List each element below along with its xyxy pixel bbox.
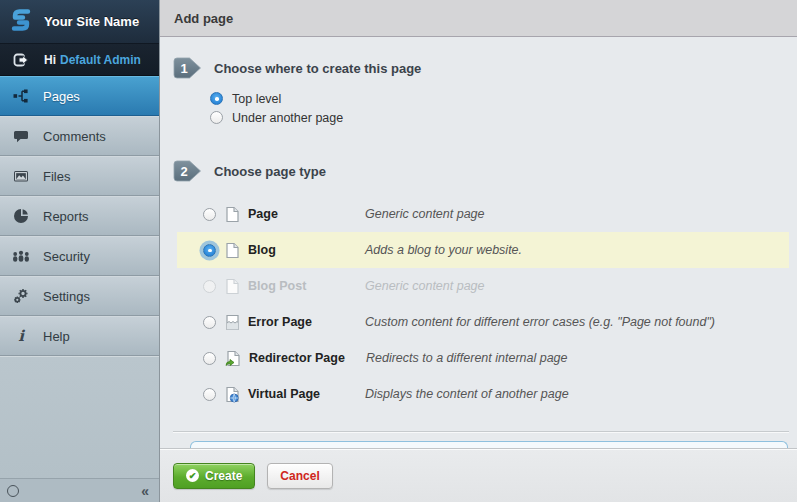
page-type-row-blog[interactable]: Blog Adds a blog to your website.	[177, 232, 789, 268]
page-icon-disabled	[225, 278, 240, 295]
page-type-row-page[interactable]: Page Generic content page	[160, 196, 797, 232]
comment-icon	[11, 128, 31, 144]
create-button[interactable]: ✔ Create	[173, 463, 255, 489]
step-2-badge: 2	[173, 160, 202, 182]
page-header: Add page	[160, 0, 797, 37]
blog-post-radio	[203, 280, 216, 293]
sidebar-item-pages[interactable]: Pages	[0, 76, 159, 116]
sidebar-item-security[interactable]: Security	[0, 236, 159, 276]
page-type-row-virtual-page[interactable]: Virtual Page Displays the content of ano…	[160, 376, 797, 412]
error-page-icon	[225, 314, 240, 331]
site-brand[interactable]: Your Site Name	[0, 0, 159, 44]
step-1-title: Choose where to create this page	[214, 61, 421, 76]
page-title: Add page	[174, 11, 233, 26]
under-another-page-radio[interactable]	[210, 111, 223, 124]
sidebar-item-label: Files	[43, 169, 70, 184]
virtual-page-radio[interactable]	[203, 388, 216, 401]
sitemap-icon	[11, 88, 31, 104]
step-2-header: 2 Choose page type	[173, 160, 797, 182]
sidebar-item-files[interactable]: Files	[0, 156, 159, 196]
page-type-row-redirector-page[interactable]: Redirector Page Redirects to a different…	[160, 340, 797, 376]
step-2-title: Choose page type	[214, 164, 326, 179]
page-icon	[225, 242, 240, 259]
sidebar-item-label: Security	[43, 249, 90, 264]
sidebar-filler	[0, 356, 159, 478]
sidebar-footer: «	[0, 478, 159, 502]
sidebar-item-label: Reports	[43, 209, 89, 224]
sidebar-item-label: Comments	[43, 129, 106, 144]
page-icon	[225, 206, 240, 223]
page-radio[interactable]	[203, 208, 216, 221]
gears-icon	[11, 288, 31, 304]
site-name: Your Site Name	[44, 14, 139, 29]
hidden-panel-edge	[190, 441, 788, 448]
check-icon: ✔	[186, 469, 199, 482]
people-icon	[11, 248, 31, 264]
add-page-form: 1 Choose where to create this page Top l…	[160, 37, 797, 448]
form-footer: ✔ Create Cancel	[160, 448, 797, 502]
sidebar-item-label: Settings	[43, 289, 90, 304]
cancel-button[interactable]: Cancel	[267, 463, 332, 489]
section-divider	[173, 431, 789, 433]
sidebar: Your Site Name Hi Default Admin	[0, 0, 160, 502]
sidebar-item-label: Pages	[43, 89, 80, 104]
sidebar-item-reports[interactable]: Reports	[0, 196, 159, 236]
step-1-badge: 1	[173, 57, 202, 79]
sidebar-item-label: Help	[43, 329, 70, 344]
blog-radio[interactable]	[203, 244, 216, 257]
sidebar-item-settings[interactable]: Settings	[0, 276, 159, 316]
svg-text:2: 2	[180, 164, 187, 179]
step-1-header: 1 Choose where to create this page	[173, 57, 797, 79]
option-top-level[interactable]: Top level	[210, 89, 797, 108]
top-level-radio[interactable]	[210, 92, 223, 105]
redirector-page-radio[interactable]	[203, 352, 216, 365]
sidebar-item-help[interactable]: i Help	[0, 316, 159, 356]
location-options: Top level Under another page	[210, 89, 797, 127]
user-name-link[interactable]: Default Admin	[60, 53, 141, 67]
virtual-page-icon	[225, 386, 240, 403]
add-page-window: Your Site Name Hi Default Admin	[0, 0, 797, 502]
info-icon: i	[11, 327, 31, 345]
error-page-radio[interactable]	[203, 316, 216, 329]
status-circle-icon[interactable]	[7, 485, 19, 497]
redirect-page-icon	[225, 350, 241, 367]
image-icon	[11, 168, 31, 184]
page-type-row-blog-post: Blog Post Generic content page	[160, 268, 797, 304]
page-type-row-error-page[interactable]: Error Page Custom content for different …	[160, 304, 797, 340]
greeting-text: Hi	[44, 53, 56, 67]
svg-text:1: 1	[180, 61, 187, 76]
collapse-sidebar-icon[interactable]: «	[141, 484, 149, 498]
option-under-another-page[interactable]: Under another page	[210, 108, 797, 127]
site-logo-icon	[9, 7, 33, 37]
logout-icon[interactable]	[13, 52, 30, 68]
sidebar-nav: Pages Comments Files	[0, 76, 159, 356]
user-row: Hi Default Admin	[0, 44, 159, 76]
main-panel: Add page 1 Choose where to create this p…	[160, 0, 797, 502]
page-type-list: Page Generic content page Blog Adds a bl…	[160, 196, 797, 412]
sidebar-item-comments[interactable]: Comments	[0, 116, 159, 156]
piechart-icon	[11, 208, 31, 224]
